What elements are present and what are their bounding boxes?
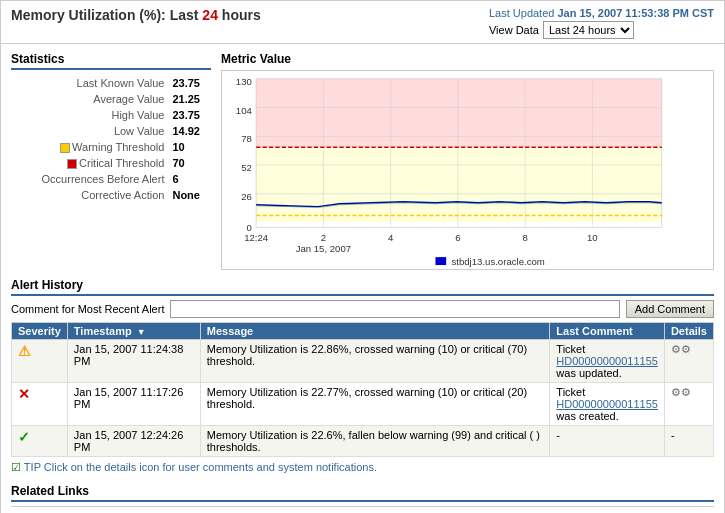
stat-row-average: Average Value 21.25 xyxy=(13,92,209,106)
stat-row-critical: Critical Threshold 70 xyxy=(13,156,209,170)
stat-value: 23.75 xyxy=(168,76,209,90)
svg-text:Jan 15, 2007: Jan 15, 2007 xyxy=(296,244,351,254)
stat-label: Low Value xyxy=(13,124,166,138)
stat-row-corrective: Corrective Action None xyxy=(13,188,209,202)
svg-text:26: 26 xyxy=(241,192,252,202)
stat-label: Average Value xyxy=(13,92,166,106)
alert-row-3: ✓ Jan 15, 2007 12:24:26 PM Memory Utiliz… xyxy=(12,426,714,457)
stat-label: Critical Threshold xyxy=(13,156,166,170)
last-updated-value: Jan 15, 2007 11:53:38 PM CST xyxy=(557,7,714,19)
add-comment-button[interactable]: Add Comment xyxy=(626,300,714,318)
statistics-title: Statistics xyxy=(11,52,211,70)
ok-icon: ✓ xyxy=(18,429,30,445)
stat-label: Warning Threshold xyxy=(13,140,166,154)
svg-text:4: 4 xyxy=(388,234,393,244)
message-cell: Memory Utilization is 22.6%, fallen belo… xyxy=(200,426,550,457)
view-data-select[interactable]: Last 24 hours Last 7 days Last 31 days xyxy=(543,21,634,39)
stat-value: 6 xyxy=(168,172,209,186)
alert-history-title: Alert History xyxy=(11,278,714,296)
stat-row-last-known: Last Known Value 23.75 xyxy=(13,76,209,90)
last-updated-label: Last Updated xyxy=(489,7,554,19)
stat-label: Occurrences Before Alert xyxy=(13,172,166,186)
svg-text:stbdj13.us.oracle.com: stbdj13.us.oracle.com xyxy=(451,257,545,267)
col-timestamp[interactable]: Timestamp ▼ xyxy=(67,323,200,340)
warning-icon: ⚠ xyxy=(18,343,31,359)
statistics-table: Last Known Value 23.75 Average Value 21.… xyxy=(11,74,211,204)
svg-text:0: 0 xyxy=(247,224,252,234)
critical-icon: ✕ xyxy=(18,386,30,402)
svg-text:10: 10 xyxy=(587,234,598,244)
tip-text: TIP Click on the details icon for user c… xyxy=(24,461,377,473)
chart-container: 130 104 78 52 26 0 xyxy=(221,70,714,270)
last-comment-cell: Ticket HD00000000011155 was updated. xyxy=(550,340,665,383)
timestamp-cell: Jan 15, 2007 12:24:26 PM xyxy=(67,426,200,457)
view-data-label: View Data xyxy=(489,24,539,36)
alert-row-2: ✕ Jan 15, 2007 11:17:26 PM Memory Utiliz… xyxy=(12,383,714,426)
ticket-link-1[interactable]: HD00000000011155 xyxy=(556,355,658,367)
related-links-title: Related Links xyxy=(11,484,714,502)
sort-arrow-icon: ▼ xyxy=(137,327,146,337)
critical-box-icon xyxy=(67,159,77,169)
svg-text:130: 130 xyxy=(236,77,252,87)
related-links-row: Compare Targets Create/View Ticket Metri… xyxy=(11,506,714,513)
details-cell: ⚙⚙ xyxy=(664,340,713,383)
alert-section: Alert History Comment for Most Recent Al… xyxy=(11,278,714,478)
related-links-section: Related Links Compare Targets Create/Vie… xyxy=(11,484,714,513)
stat-value: 10 xyxy=(168,140,209,154)
top-controls: Last Updated Jan 15, 2007 11:53:38 PM CS… xyxy=(489,7,714,39)
svg-text:104: 104 xyxy=(236,106,252,116)
stat-value: None xyxy=(168,188,209,202)
svg-text:78: 78 xyxy=(241,135,252,145)
chart-panel: Metric Value 130 104 78 52 26 0 xyxy=(221,52,714,270)
alert-table: Severity Timestamp ▼ Message Last Commen… xyxy=(11,322,714,457)
stat-value: 21.25 xyxy=(168,92,209,106)
stat-value: 14.92 xyxy=(168,124,209,138)
comment-row: Comment for Most Recent Alert Add Commen… xyxy=(11,300,714,318)
stat-row-occurrences: Occurrences Before Alert 6 xyxy=(13,172,209,186)
ticket-link-2[interactable]: HD00000000011155 xyxy=(556,398,658,410)
severity-cell: ✓ xyxy=(12,426,68,457)
stat-label: High Value xyxy=(13,108,166,122)
svg-rect-8 xyxy=(256,147,662,222)
svg-text:52: 52 xyxy=(241,163,252,173)
stat-label: Corrective Action xyxy=(13,188,166,202)
timestamp-cell: Jan 15, 2007 11:17:26 PM xyxy=(67,383,200,426)
svg-rect-32 xyxy=(435,257,446,265)
stat-row-high: High Value 23.75 xyxy=(13,108,209,122)
last-comment-cell: Ticket HD00000000011155 was created. xyxy=(550,383,665,426)
statistics-panel: Statistics Last Known Value 23.75 Averag… xyxy=(11,52,211,270)
last-comment-cell: - xyxy=(550,426,665,457)
comment-input[interactable] xyxy=(170,300,619,318)
col-last-comment: Last Comment xyxy=(550,323,665,340)
col-message: Message xyxy=(200,323,550,340)
col-severity: Severity xyxy=(12,323,68,340)
stat-row-warning: Warning Threshold 10 xyxy=(13,140,209,154)
tip-row: ☑ TIP Click on the details icon for user… xyxy=(11,457,714,478)
stat-value: 70 xyxy=(168,156,209,170)
chart-svg: 130 104 78 52 26 0 xyxy=(222,71,713,269)
severity-cell: ⚠ xyxy=(12,340,68,383)
stat-value: 23.75 xyxy=(168,108,209,122)
tip-check-icon: ☑ xyxy=(11,461,21,473)
col-details: Details xyxy=(664,323,713,340)
details-cell: - xyxy=(664,426,713,457)
details-gear-icon-2[interactable]: ⚙⚙ xyxy=(671,386,691,398)
last-updated: Last Updated Jan 15, 2007 11:53:38 PM CS… xyxy=(489,7,714,19)
warning-box-icon xyxy=(60,143,70,153)
message-cell: Memory Utilization is 22.77%, crossed wa… xyxy=(200,383,550,426)
svg-rect-7 xyxy=(256,79,662,147)
severity-cell: ✕ xyxy=(12,383,68,426)
details-gear-icon-1[interactable]: ⚙⚙ xyxy=(671,343,691,355)
stat-label: Last Known Value xyxy=(13,76,166,90)
svg-text:8: 8 xyxy=(522,234,527,244)
timestamp-cell: Jan 15, 2007 11:24:38 PM xyxy=(67,340,200,383)
svg-text:6: 6 xyxy=(455,234,460,244)
stat-row-low: Low Value 14.92 xyxy=(13,124,209,138)
chart-title: Metric Value xyxy=(221,52,714,66)
svg-rect-9 xyxy=(256,222,662,227)
svg-text:2: 2 xyxy=(321,234,326,244)
details-cell: ⚙⚙ xyxy=(664,383,713,426)
comment-label: Comment for Most Recent Alert xyxy=(11,303,164,315)
alert-row-1: ⚠ Jan 15, 2007 11:24:38 PM Memory Utiliz… xyxy=(12,340,714,383)
message-cell: Memory Utilization is 22.86%, crossed wa… xyxy=(200,340,550,383)
